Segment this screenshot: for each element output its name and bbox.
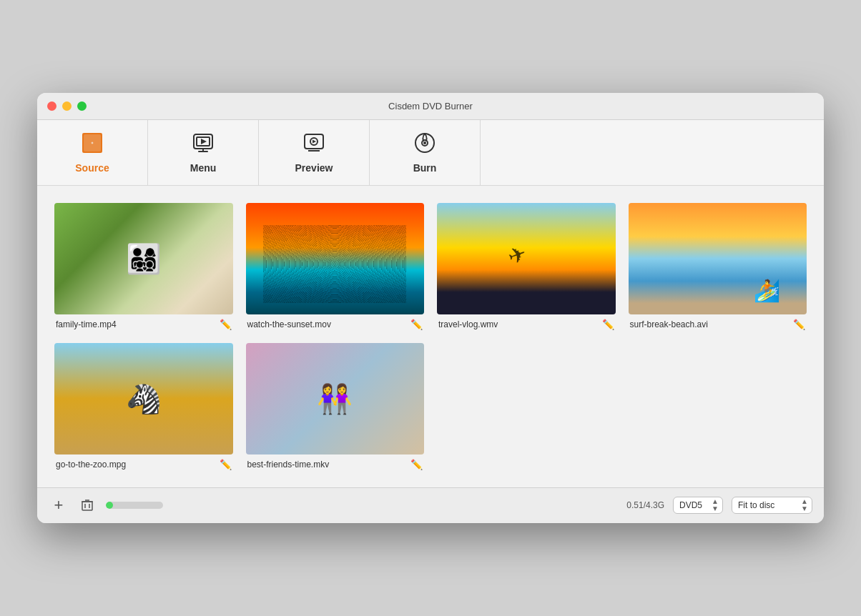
video-name: travel-vlog.wmv — [438, 319, 498, 329]
video-thumbnail — [246, 203, 425, 314]
fit-mode-selector[interactable]: Fit to disc Best quality No transcoding … — [732, 497, 812, 514]
menu-tab-label: Menu — [190, 162, 217, 174]
video-name: go-to-the-zoo.mpg — [56, 459, 126, 470]
tab-source[interactable]: Source — [37, 120, 148, 185]
burn-icon — [413, 131, 436, 158]
svg-rect-2 — [93, 134, 102, 142]
app-window: Cisdem DVD Burner Source — [37, 93, 824, 523]
video-name: family-time.mp4 — [56, 319, 117, 329]
list-item[interactable]: surf-break-beach.avi ✏️ — [629, 203, 807, 330]
list-item[interactable]: travel-vlog.wmv ✏️ — [437, 203, 616, 330]
svg-point-14 — [423, 141, 426, 144]
list-item[interactable]: family-time.mp4 ✏️ — [54, 203, 233, 330]
video-info: go-to-the-zoo.mpg ✏️ — [54, 459, 233, 470]
video-thumbnail — [54, 203, 233, 314]
close-button[interactable] — [47, 101, 56, 111]
video-thumbnail — [437, 203, 616, 314]
toolbar: Source Menu — [37, 120, 824, 186]
burn-tab-label: Burn — [413, 162, 437, 174]
video-info: family-time.mp4 ✏️ — [54, 319, 233, 330]
progress-bar-background — [106, 502, 163, 509]
maximize-button[interactable] — [77, 101, 87, 111]
svg-rect-1 — [83, 134, 92, 142]
edit-icon[interactable]: ✏️ — [220, 459, 232, 470]
video-grid: family-time.mp4 ✏️ watch-the-sunset.mov … — [54, 203, 807, 470]
tab-burn[interactable]: Burn — [370, 120, 481, 185]
preview-tab-label: Preview — [295, 162, 333, 174]
tab-preview[interactable]: Preview — [259, 120, 370, 185]
video-name: surf-break-beach.avi — [630, 319, 708, 329]
add-button[interactable]: + — [49, 495, 69, 515]
window-title: Cisdem DVD Burner — [388, 101, 473, 111]
edit-icon[interactable]: ✏️ — [410, 459, 423, 470]
video-info: best-friends-time.mkv ✏️ — [246, 459, 425, 470]
preview-icon — [302, 131, 325, 158]
titlebar: Cisdem DVD Burner — [37, 93, 824, 120]
video-info: watch-the-sunset.mov ✏️ — [246, 319, 425, 330]
edit-icon[interactable]: ✏️ — [410, 319, 423, 330]
delete-button[interactable] — [77, 495, 97, 515]
edit-icon[interactable]: ✏️ — [602, 319, 614, 330]
svg-marker-10 — [313, 140, 316, 144]
disc-type-select[interactable]: DVD5 DVD9 — [673, 497, 723, 514]
statusbar: + 0.51/4.3G DVD5 DVD9 ▲▼ — [37, 487, 824, 523]
main-content: family-time.mp4 ✏️ watch-the-sunset.mov … — [37, 186, 824, 487]
window-controls — [47, 101, 87, 111]
edit-icon[interactable]: ✏️ — [220, 319, 232, 330]
progress-bar-fill — [106, 502, 113, 509]
list-item[interactable]: go-to-the-zoo.mpg ✏️ — [54, 343, 233, 470]
list-item[interactable]: watch-the-sunset.mov ✏️ — [246, 203, 425, 330]
video-thumbnail — [54, 343, 233, 454]
minimize-button[interactable] — [62, 101, 72, 111]
source-icon — [81, 131, 104, 158]
disc-type-selector[interactable]: DVD5 DVD9 ▲▼ — [673, 497, 723, 514]
menu-icon — [192, 131, 215, 158]
svg-rect-3 — [83, 144, 92, 152]
video-thumbnail — [246, 343, 425, 454]
edit-icon[interactable]: ✏️ — [793, 319, 805, 330]
video-name: best-friends-time.mkv — [247, 459, 330, 470]
fit-mode-select[interactable]: Fit to disc Best quality No transcoding — [732, 497, 812, 514]
tab-menu[interactable]: Menu — [148, 120, 259, 185]
video-info: surf-break-beach.avi ✏️ — [629, 319, 807, 330]
storage-info: 0.51/4.3G — [626, 500, 664, 510]
video-thumbnail — [629, 203, 807, 314]
source-tab-label: Source — [75, 162, 109, 174]
progress-container — [106, 502, 618, 509]
svg-marker-7 — [201, 139, 207, 144]
svg-rect-4 — [93, 144, 102, 152]
list-item[interactable]: best-friends-time.mkv ✏️ — [246, 343, 425, 470]
video-name: watch-the-sunset.mov — [247, 319, 331, 329]
video-info: travel-vlog.wmv ✏️ — [437, 319, 616, 330]
svg-rect-15 — [82, 502, 92, 510]
